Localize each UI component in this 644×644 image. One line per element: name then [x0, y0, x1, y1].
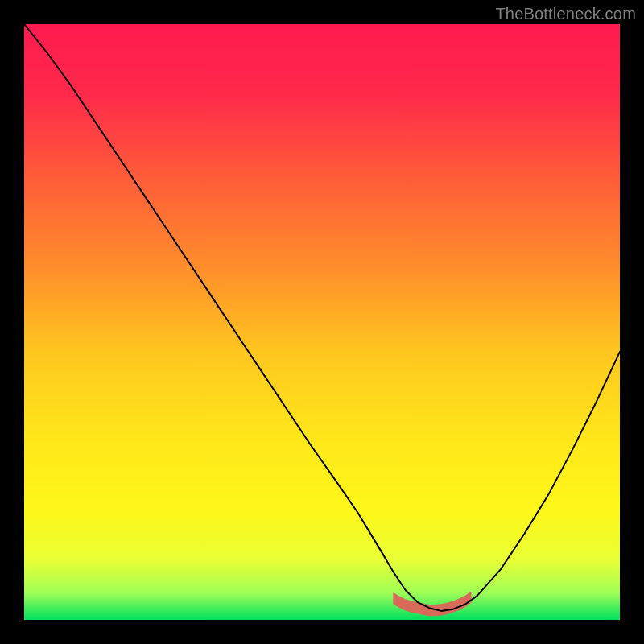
chart-plot-area	[24, 24, 620, 620]
chart-svg	[24, 24, 620, 620]
chart-background	[24, 24, 620, 620]
watermark-text: TheBottleneck.com	[495, 5, 636, 23]
